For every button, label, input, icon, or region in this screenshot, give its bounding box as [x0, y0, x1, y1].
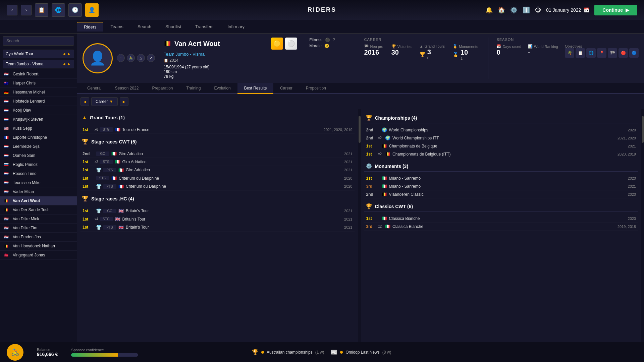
- rider-item[interactable]: 🇳🇱 Vader Milan: [0, 187, 77, 196]
- tab-general[interactable]: General: [80, 83, 108, 94]
- result-type: PTS: [103, 168, 116, 172]
- rider-item[interactable]: 🇧🇪 Van Hooydonck Nathan: [0, 242, 77, 251]
- results-filter: ◄ Career ▼ ►: [77, 94, 644, 109]
- home-icon[interactable]: 🏠: [498, 6, 505, 14]
- rider-item[interactable]: 🇳🇱 Gesink Robert: [0, 70, 77, 79]
- grand-tours-title: Grand Tours (1): [90, 115, 125, 120]
- result-row[interactable]: 1st STG 🇫🇷 Critérium du Dauphiné 2020: [80, 174, 355, 182]
- rider-item[interactable]: 🇳🇱 Van Emden Jos: [0, 233, 77, 242]
- result-position: 1st: [366, 176, 378, 181]
- bottom-bar: 🚴 Balance 916,666 € Sponsor confidence 🏆…: [0, 342, 644, 362]
- tab-infirmary[interactable]: Infirmary: [221, 22, 251, 31]
- rider-item[interactable]: 🇧🇪 Van Der Sande Tosh: [0, 205, 77, 215]
- filter-next-btn[interactable]: ►: [120, 97, 128, 106]
- tab-best-results[interactable]: Best Results: [237, 83, 273, 94]
- news-2-time: (8 w): [382, 350, 391, 355]
- gear-icon[interactable]: ⚙️: [510, 6, 518, 14]
- tab-proposition[interactable]: Proposition: [299, 83, 333, 94]
- result-row[interactable]: 2nd x2 🌍 World Championships ITT 2021, 2…: [364, 134, 638, 142]
- rider-item[interactable]: 🇳🇱 Kruijswijk Steven: [0, 115, 77, 124]
- bell-icon[interactable]: 🔔: [485, 6, 493, 14]
- news-item-2[interactable]: 📰 Omloop Last News (8 w): [331, 349, 391, 355]
- tab-shortlist[interactable]: Shortlist: [159, 22, 188, 31]
- rider-item[interactable]: 🇳🇱 Oomen Sam: [0, 151, 77, 160]
- tab-transfers[interactable]: Transfers: [189, 22, 220, 31]
- clock-icon[interactable]: 🕐: [68, 3, 82, 17]
- result-row[interactable]: 1st x6 STG 🇫🇷 Tour de France 2021, 2020,…: [80, 126, 355, 134]
- menu-icon[interactable]: 📋: [35, 3, 48, 17]
- calendar-icon[interactable]: 📅: [584, 7, 589, 13]
- stage-hc-section-header: 🏆 Stage races .HC (4): [80, 193, 355, 204]
- tab-search[interactable]: Search: [131, 22, 158, 31]
- tab-preparation[interactable]: Preparation: [145, 83, 179, 94]
- rider-item[interactable]: 🇳🇱 Van Dijke Tim: [0, 224, 77, 233]
- rider-item[interactable]: 🇳🇱 Hofstede Lennard: [0, 97, 77, 106]
- pts-jersey-icon: 👕: [96, 167, 102, 173]
- result-position: 1st: [83, 217, 95, 222]
- result-row[interactable]: 1st 🇮🇹 Milano - Sanremo 2020: [364, 174, 638, 182]
- continue-button[interactable]: Continue ▶: [594, 5, 637, 15]
- right-scrollbar-thumb[interactable]: [642, 116, 644, 143]
- result-position: 1st: [83, 184, 95, 189]
- result-row[interactable]: 1st 👕 PTS 🇬🇧 Britain's Tour 2021: [80, 223, 355, 232]
- rider-item[interactable]: 🇩🇰 Vingegaard Jonas: [0, 251, 77, 260]
- result-row[interactable]: 3rd x2 🇮🇹 Classica Bianche 2019, 2018: [364, 223, 638, 231]
- rider-item[interactable]: 🇫🇷 Laporte Christophe: [0, 133, 77, 142]
- rider-item-van-aert[interactable]: 🇧🇪 Van Aert Wout: [0, 196, 77, 205]
- result-multiplier: x2: [378, 136, 382, 140]
- result-race: Critérium du Dauphiné: [126, 184, 329, 189]
- tab-evolution[interactable]: Evolution: [207, 83, 237, 94]
- info-icon[interactable]: ℹ️: [523, 6, 530, 14]
- result-row[interactable]: 1st x2 🇧🇪 Championnats de Belgique (ITT)…: [364, 150, 638, 158]
- result-row[interactable]: 1st 🇮🇹 Classica Bianche 2020: [364, 215, 638, 223]
- result-row[interactable]: 2nd GC 🇮🇹 Giro Adriatico 2021: [80, 150, 355, 158]
- rider-item[interactable]: 🇺🇸 Kuss Sepp: [0, 124, 77, 133]
- tab-riders[interactable]: Riders: [77, 22, 103, 32]
- result-row[interactable]: 1st 👕 PTS 🇮🇹 Giro Adriatico 2021: [80, 166, 355, 174]
- monuments-icon: ⚙️: [366, 163, 372, 169]
- rider-list: 🇳🇱 Gesink Robert 🇦🇺 Harper Chris 🇩🇪 Hess…: [0, 70, 77, 342]
- rider-item[interactable]: 🇳🇱 Teunissen Mike: [0, 178, 77, 187]
- rider-item[interactable]: 🇳🇱 Van Dijke Mick: [0, 215, 77, 224]
- riders-icon[interactable]: 👤: [85, 3, 99, 17]
- result-row[interactable]: 1st x2 STG 🇮🇹 Giro Adriatico 2021: [80, 158, 355, 166]
- left-scrollbar-thumb[interactable]: [359, 116, 361, 143]
- globe-icon[interactable]: 🌐: [52, 3, 65, 17]
- result-row[interactable]: 1st 🇧🇪 Championnats de Belgique 2021: [364, 142, 638, 150]
- rider-item[interactable]: 🇸🇮 Roglic Primoz: [0, 160, 77, 169]
- result-row[interactable]: 1st 👕 PTS 🇫🇷 Critérium du Dauphiné 2020: [80, 182, 355, 191]
- search-input[interactable]: [3, 36, 74, 46]
- nav-back[interactable]: ‹: [7, 5, 17, 15]
- team-filter-dropdown[interactable]: Team Jumbo - Visma ◄ ►: [3, 60, 74, 68]
- result-row[interactable]: 2nd 🌍 World Championships 2020: [364, 126, 638, 134]
- news-item-1[interactable]: 🏆 Australian championships (1 w): [252, 349, 324, 355]
- tab-career[interactable]: Career: [273, 83, 299, 94]
- result-row[interactable]: 1st 👕 GC 🇬🇧 Britain's Tour 2021: [80, 207, 355, 215]
- result-position: 3rd: [366, 224, 378, 229]
- news-2-text: Omloop Last News: [345, 350, 379, 355]
- stage-hc-icon: 🏆: [82, 195, 89, 202]
- left-scrollbar[interactable]: [358, 109, 361, 342]
- tab-training[interactable]: Training: [179, 83, 207, 94]
- tour-filter-dropdown[interactable]: Cya World Tour ◄ ►: [3, 50, 74, 58]
- right-scrollbar[interactable]: [641, 109, 644, 342]
- skill-climb: △: [137, 54, 145, 62]
- result-race: Critérium du Dauphiné: [119, 176, 329, 181]
- nav-forward[interactable]: ›: [21, 5, 32, 15]
- rider-item[interactable]: 🇳🇱 Kooij Olav: [0, 106, 77, 115]
- rider-item[interactable]: 🇳🇱 Roosen Timo: [0, 169, 77, 178]
- result-row[interactable]: 2nd 🇧🇪 Vlaanderen Classic 2020: [364, 190, 638, 198]
- result-race: World Championships ITT: [392, 136, 612, 140]
- rider-item[interactable]: 🇳🇱 Leemreize Gijs: [0, 142, 77, 151]
- filter-prev-btn[interactable]: ◄: [80, 97, 89, 106]
- result-row[interactable]: 1st x4 STG 🇬🇧 Britain's Tour 2021: [80, 215, 355, 223]
- tab-teams[interactable]: Teams: [104, 22, 130, 31]
- victories-metric: 🏆 Victories 30: [391, 44, 412, 60]
- filter-career-dropdown[interactable]: Career ▼: [91, 97, 118, 106]
- rider-item[interactable]: 🇩🇪 Hessmann Michel: [0, 88, 77, 97]
- result-flag: 🇮🇹: [115, 159, 120, 164]
- power-icon[interactable]: ⏻: [535, 6, 541, 13]
- tab-season2022[interactable]: Season 2022: [108, 83, 146, 94]
- rider-item[interactable]: 🇦🇺 Harper Chris: [0, 79, 77, 88]
- result-row[interactable]: 3rd 🇮🇹 Milano - Sanremo 2021: [364, 182, 638, 190]
